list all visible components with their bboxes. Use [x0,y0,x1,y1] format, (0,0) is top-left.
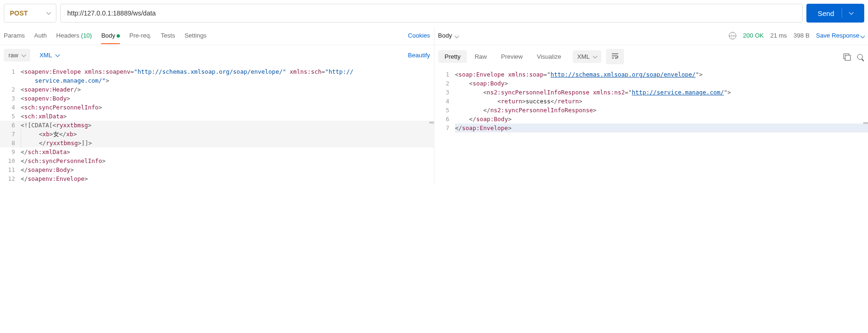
code-content[interactable]: </soapenv:Envelope> [21,174,434,183]
request-body-editor[interactable]: 1<soapenv:Envelope xmlns:soapenv="http:/… [0,65,434,185]
view-preview[interactable]: Preview [494,50,529,63]
request-url-input[interactable] [60,4,803,23]
chevron-down-icon [55,52,60,57]
divider [842,8,842,18]
response-header-row: Body 200 OK 21 ms 398 B Save Response [434,26,868,45]
response-section-select[interactable]: Body [438,27,459,44]
request-body-controls: raw XML Beautify [0,45,434,65]
code-content[interactable]: </soapenv:Body> [21,165,434,174]
line-number: 12 [0,174,21,183]
code-line[interactable]: 5 </ns2:syncPersonnelInfoResponse> [434,106,868,115]
code-content[interactable]: <soapenv:Envelope xmlns:soapenv="http://… [21,67,434,76]
code-content[interactable]: </ns2:syncPersonnelInfoResponse> [455,106,868,115]
code-line[interactable]: 7</soap:Envelope> [434,124,868,132]
line-number: 5 [0,112,21,121]
chevron-down-icon [47,10,51,15]
code-content[interactable]: </sch:xmlData> [21,147,434,156]
line-number: 7 [434,124,455,132]
chevron-down-icon [860,34,865,39]
code-line[interactable]: 2 <soap:Body> [434,79,868,88]
code-content[interactable]: </ryxxtbmsg>]]> [21,139,434,147]
overview-mark [863,122,868,124]
code-line[interactable]: 1<soap:Envelope xmlns:soap="http://schem… [434,70,868,79]
code-content[interactable]: <soap:Body> [455,79,868,88]
search-response-button[interactable] [856,53,864,61]
tab-tests[interactable]: Tests [161,27,175,44]
code-line[interactable]: 10</sch:syncPersonnelInfo> [0,156,434,165]
code-line[interactable]: service.manage.com/"> [0,76,434,85]
code-line[interactable]: 7 <xb>女</xb> [0,130,434,139]
code-content[interactable]: <![CDATA[<ryxxtbmsg> [21,121,434,130]
view-pretty[interactable]: Pretty [438,50,467,63]
status-code: 200 OK [743,32,764,39]
body-type-select[interactable]: raw [4,49,30,62]
chevron-down-icon[interactable] [849,10,854,15]
code-line[interactable]: 2<soapenv:Header/> [0,85,434,94]
response-body-controls: Pretty Raw Preview Visualize XML [434,45,868,68]
chevron-down-icon [22,52,26,57]
code-line[interactable]: 1<soapenv:Envelope xmlns:soapenv="http:/… [0,67,434,76]
code-content[interactable]: </soap:Envelope> [455,124,868,132]
line-number: 10 [0,156,21,165]
code-content[interactable]: <xb>女</xb> [21,130,434,139]
code-content[interactable]: <return>success</return> [455,97,868,106]
beautify-link[interactable]: Beautify [408,52,430,59]
code-line[interactable]: 12</soapenv:Envelope> [0,174,434,183]
code-content[interactable]: <sch:syncPersonnelInfo> [21,103,434,112]
code-content[interactable]: <soap:Envelope xmlns:soap="http://schema… [455,70,868,79]
tab-body[interactable]: Body [101,27,120,44]
globe-icon[interactable] [729,32,736,39]
code-line[interactable]: 4 <return>success</return> [434,97,868,106]
code-content[interactable]: <sch:xmlData> [21,112,434,121]
code-line[interactable]: 6<![CDATA[<ryxxtbmsg> [0,121,434,130]
line-number: 6 [0,121,21,130]
tab-prereq[interactable]: Pre-req. [129,27,151,44]
send-button[interactable]: Send [806,4,864,23]
code-line[interactable]: 11</soapenv:Body> [0,165,434,174]
code-content[interactable]: </sch:syncPersonnelInfo> [21,156,434,165]
code-line[interactable]: 3 <ns2:syncPersonnelInfoResponse xmlns:n… [434,88,868,97]
tab-params[interactable]: Params [4,27,25,44]
line-number: 2 [434,79,455,88]
tab-auth[interactable]: Auth [34,27,47,44]
line-number: 6 [434,115,455,124]
code-content[interactable]: <soapenv:Header/> [21,85,434,94]
code-line[interactable]: 9</sch:xmlData> [0,147,434,156]
response-time: 21 ms [770,32,787,39]
code-line[interactable]: 5<sch:xmlData> [0,112,434,121]
line-number: 2 [0,85,21,94]
send-button-label: Send [818,9,834,17]
view-visualize[interactable]: Visualize [530,50,568,63]
response-pane: Body 200 OK 21 ms 398 B Save Response Pr… [434,26,868,185]
line-number: 7 [0,130,21,139]
line-number [0,76,21,85]
response-status: 200 OK 21 ms 398 B Save Response [729,32,864,39]
line-number: 5 [434,106,455,115]
code-content[interactable]: <ns2:syncPersonnelInfoResponse xmlns:ns2… [455,88,868,97]
chevron-down-icon [455,34,459,39]
wrap-lines-toggle[interactable] [606,49,624,64]
code-content[interactable]: <soapenv:Body> [21,94,434,103]
line-number: 1 [434,70,455,79]
code-line[interactable]: 6 </soap:Body> [434,115,868,124]
save-response-link[interactable]: Save Response [816,32,864,39]
code-line[interactable]: 8 </ryxxtbmsg>]]> [0,139,434,147]
code-content[interactable]: </soap:Body> [455,115,868,124]
response-body-viewer[interactable]: 1<soap:Envelope xmlns:soap="http://schem… [434,68,868,134]
line-number: 1 [0,67,21,76]
wrap-icon [611,52,619,62]
cookies-link[interactable]: Cookies [408,32,430,39]
response-lang-select[interactable]: XML [573,50,602,63]
tab-settings[interactable]: Settings [184,27,206,44]
view-raw[interactable]: Raw [468,50,493,63]
code-line[interactable]: 4<sch:syncPersonnelInfo> [0,103,434,112]
line-number: 11 [0,165,21,174]
line-number: 8 [0,139,21,147]
code-content[interactable]: service.manage.com/"> [21,76,434,85]
http-method-select[interactable]: POST [4,4,56,23]
copy-response-button[interactable] [843,53,851,61]
code-line[interactable]: 3<soapenv:Body> [0,94,434,103]
tab-headers[interactable]: Headers (10) [56,27,92,44]
request-pane: Params Auth Headers (10) Body Pre-req. T… [0,26,434,185]
body-lang-select[interactable]: XML [35,49,64,62]
